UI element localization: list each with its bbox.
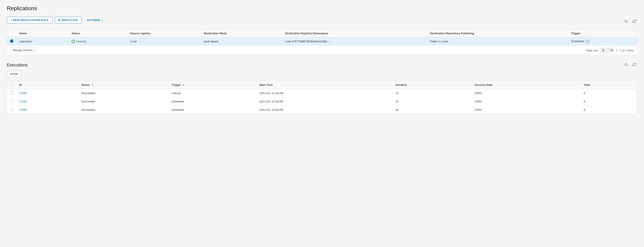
icon-divider [630, 20, 630, 24]
executions-title: Executions [7, 63, 28, 68]
replications-icon-group [623, 19, 637, 25]
table-row[interactable]: 10396 Succeeded scheduled 10/11/24, 10:0… [7, 106, 637, 114]
executions-refresh-button[interactable] [632, 62, 637, 68]
row-checkbox[interactable] [10, 91, 13, 94]
page-size-select[interactable]: 5 10 25 [600, 48, 614, 53]
executions-table: ID Status ▼ Trigger ▼ Start Time Duratio… [7, 81, 637, 114]
replications-table-footer: Manage Columns Page size 5 10 25 1 - 1 o… [7, 46, 637, 55]
status-label: Enabled [76, 40, 86, 43]
actions-button[interactable]: ACTIONS ⌄ [84, 17, 106, 23]
search-button[interactable] [623, 19, 629, 25]
execution-start-time-cell: 10/11/24, 11:00 AM [256, 97, 393, 106]
table-row[interactable]: 10398 Succeeded scheduled 10/11/24, 11:0… [7, 97, 637, 106]
executions-header: Executions [7, 62, 637, 68]
execution-trigger-cell: manual [168, 89, 256, 97]
execution-status-cell: Succeeded [78, 97, 168, 106]
success-rate-column-header: Success Rate [472, 81, 581, 89]
source-registry-cell: Local [127, 37, 201, 46]
stop-button[interactable]: STOP [7, 71, 21, 77]
select-column-header [7, 30, 16, 37]
manage-columns-button[interactable]: Manage Columns [10, 48, 36, 53]
radio-selected-icon [10, 39, 14, 43]
exec-status-column-header: Status ▼ [78, 81, 168, 89]
destination-cell: node-67077b8f576fd34a91ee556c : - [282, 37, 427, 46]
execution-start-time-cell: 10/11/24, 11:20 AM [256, 89, 393, 97]
row-checkbox-cell [7, 97, 16, 106]
executions-search-icon [624, 63, 628, 68]
executions-table-container: ID Status ▼ Trigger ▼ Start Time Duratio… [7, 81, 637, 114]
status-filter-icon[interactable]: ▼ [91, 84, 94, 86]
svg-line-1 [627, 22, 628, 23]
trigger-filter-icon[interactable]: ▼ [182, 84, 185, 86]
flattening-column-header: Destination Repository Flattening [427, 30, 568, 37]
execution-status-cell: Succeeded [78, 106, 168, 114]
search-icon [624, 19, 628, 24]
svg-line-3 [627, 65, 628, 66]
executions-icon-group [623, 62, 637, 68]
executions-section: Executions STOP [7, 62, 637, 114]
execution-trigger-cell: scheduled [168, 97, 256, 106]
trigger-column-header: Trigger [568, 30, 637, 37]
status-enabled: ✓ Enabled [72, 40, 124, 43]
replications-table: Name Status Source registry Replication … [7, 30, 637, 46]
chevron-down-icon: ⌄ [101, 19, 103, 22]
check-circle-icon: ✓ [72, 40, 75, 43]
pagination-info: 1 - 1 of 1 items [616, 49, 634, 52]
replicate-icon: ⎘ [58, 19, 60, 22]
flattening-cell: Flatten 1 Level [427, 37, 568, 46]
execution-id-link[interactable]: 10398 [19, 100, 27, 103]
executions-search-button[interactable] [623, 62, 629, 68]
replications-section: + NEW REPLICATION RULE ⎘ REPLICATE ACTIO… [7, 17, 637, 55]
select-all-checkbox[interactable] [10, 83, 13, 86]
trigger-label: Scheduled [571, 40, 584, 43]
pagination: Page size 5 10 25 1 - 1 of 1 items [586, 48, 634, 53]
executions-table-header-row: ID Status ▼ Trigger ▼ Start Time Duratio… [7, 81, 637, 89]
execution-id-cell: 10396 [16, 106, 78, 114]
refresh-button[interactable] [632, 19, 637, 25]
row-checkbox[interactable] [10, 108, 13, 111]
replication-status-cell: ✓ Enabled [68, 37, 127, 46]
destination-column-header: Destination Registry:Namespace [282, 30, 427, 37]
replicate-button[interactable]: ⎘ REPLICATE [55, 17, 82, 24]
start-time-column-header: Start Time [256, 81, 393, 89]
replications-toolbar: + NEW REPLICATION RULE ⎘ REPLICATE ACTIO… [7, 17, 106, 24]
svg-point-0 [625, 20, 627, 22]
execution-duration-cell: 2s [393, 89, 472, 97]
replication-name-cell: replication [16, 37, 68, 46]
row-checkbox[interactable] [10, 99, 13, 103]
page-size-label: Page size [586, 49, 598, 52]
executions-refresh-icon [632, 63, 636, 68]
execution-id-link[interactable]: 10396 [19, 108, 27, 111]
table-row[interactable]: replication ✓ Enabled Local push-based n… [7, 37, 637, 46]
execution-success-rate-cell: 100% [472, 106, 581, 114]
table-row[interactable]: 10399 Succeeded manual 10/11/24, 11:20 A… [7, 89, 637, 97]
status-column-header: Status [68, 30, 127, 37]
replication-mode-cell: push-based [201, 37, 282, 46]
new-replication-rule-button[interactable]: + NEW REPLICATION RULE [7, 17, 52, 24]
svg-point-2 [625, 63, 627, 66]
info-icon[interactable]: i [586, 40, 590, 43]
row-checkbox-cell [7, 89, 16, 97]
replication-mode-column-header: Replication Mode [201, 30, 282, 37]
radio-cell [7, 37, 16, 46]
execution-id-cell: 10399 [16, 89, 78, 97]
execution-id-link[interactable]: 10399 [19, 92, 27, 95]
execution-trigger-cell: scheduled [168, 106, 256, 114]
trigger-cell: Scheduled i [568, 37, 637, 46]
execution-id-cell: 10398 [16, 97, 78, 106]
execution-duration-cell: 4s [393, 106, 472, 114]
name-column-header: Name [16, 30, 68, 37]
execution-status-cell: Succeeded [78, 89, 168, 97]
total-column-header: Total [580, 81, 637, 89]
execution-total-cell: 8 [580, 89, 637, 97]
select-all-column-header [7, 81, 16, 89]
exec-trigger-column-header: Trigger ▼ [168, 81, 256, 89]
row-checkbox-cell [7, 106, 16, 114]
id-column-header: ID [16, 81, 78, 89]
replications-header: + NEW REPLICATION RULE ⎘ REPLICATE ACTIO… [7, 17, 637, 27]
source-registry-column-header: Source registry [127, 30, 201, 37]
execution-start-time-cell: 10/11/24, 10:00 AM [256, 106, 393, 114]
execution-duration-cell: 3s [393, 97, 472, 106]
executions-icon-divider [630, 63, 630, 67]
execution-success-rate-cell: 100% [472, 97, 581, 106]
